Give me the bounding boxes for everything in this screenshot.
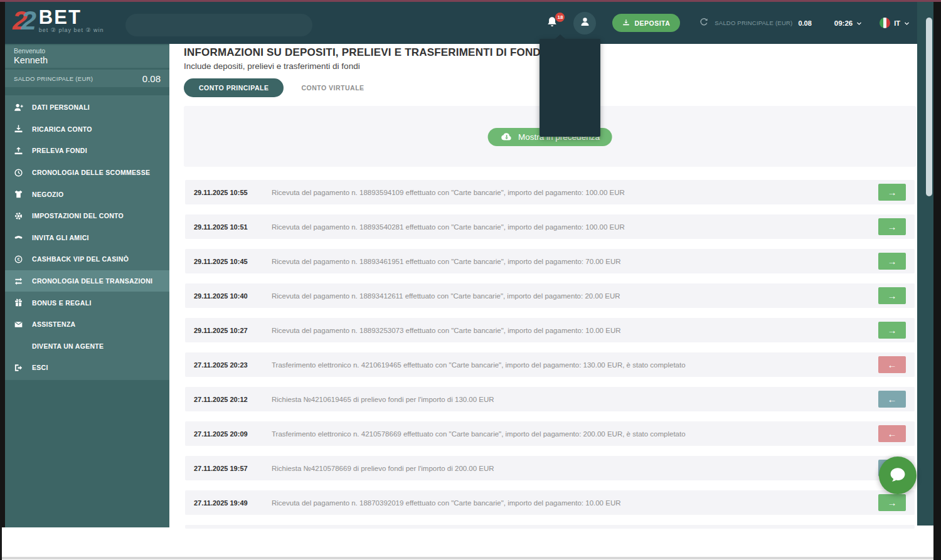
page-subtitle: Include depositi, prelievi e trasferimen… bbox=[184, 61, 360, 71]
svg-text:€: € bbox=[17, 256, 20, 262]
dropdown-item-fast-games[interactable] bbox=[540, 60, 600, 78]
notification-count-badge: 18 bbox=[555, 13, 565, 22]
transaction-description: Ricevuta del pagamento n. 18870392019 ef… bbox=[272, 499, 621, 507]
tab-conto-virtuale[interactable]: CONTO VIRTUALE bbox=[301, 84, 364, 92]
transaction-description: Trasferimento elettronico n. 4210619465 … bbox=[272, 361, 686, 369]
transaction-direction-badge[interactable]: ← bbox=[878, 425, 906, 442]
dropdown-item-giochi-tv[interactable] bbox=[540, 41, 600, 60]
top-navigation-bar: 22 BET bet ② play bet ② win 18 DEPOSITA … bbox=[5, 2, 917, 44]
transaction-row: 29.11.2025 10:45 Ricevuta del pagamento … bbox=[185, 249, 915, 273]
sidebar-item-dati-personali[interactable]: DATI PERSONALI bbox=[5, 97, 169, 119]
transaction-row: 27.11.2025 19:49 Ricevuta del pagamento … bbox=[185, 490, 915, 515]
logo-22-graphic: 22 bbox=[13, 7, 34, 34]
transaction-row: 27.11.2025 20:23 Trasferimento elettroni… bbox=[185, 352, 915, 377]
transaction-row: 29.11.2025 10:55 Ricevuta del pagamento … bbox=[185, 180, 915, 204]
sidebar-item-preleva-fondi[interactable]: PRELEVA FONDI bbox=[5, 140, 169, 162]
transaction-direction-badge[interactable]: → bbox=[878, 184, 906, 201]
sidebar-balance-panel: SALDO PRINCIPALE (EUR) 0.08 bbox=[5, 70, 169, 87]
cashback-coin-icon: € bbox=[14, 254, 26, 264]
transaction-description: Ricevuta del pagamento n. 18893412611 ef… bbox=[272, 292, 620, 300]
sidebar-item-cronologia-delle-transazioni[interactable]: CRONOLOGIA DELLE TRANSAZIONI bbox=[5, 270, 169, 292]
main-nav bbox=[125, 14, 312, 36]
refresh-icon[interactable] bbox=[699, 17, 709, 29]
envelope-icon bbox=[14, 319, 26, 329]
transaction-date: 29.11.2025 10:55 bbox=[194, 189, 263, 196]
sidebar-item-assistenza[interactable]: ASSISTENZA bbox=[5, 314, 169, 335]
withdraw-tray-icon bbox=[14, 145, 26, 156]
left-border-bottom bbox=[0, 527, 2, 560]
sidebar-item-invita-gli-amici[interactable]: INVITA GLI AMICI bbox=[5, 227, 169, 249]
transaction-date: 29.11.2025 10:51 bbox=[194, 223, 263, 231]
username: Kenneth bbox=[14, 55, 161, 66]
transaction-description: Ricevuta del pagamento n. 18893461951 ef… bbox=[272, 258, 621, 265]
chat-button[interactable] bbox=[879, 457, 917, 494]
deposit-button[interactable]: DEPOSITA bbox=[612, 14, 680, 32]
sidebar-balance-label: SALDO PRINCIPALE (EUR) bbox=[14, 75, 93, 82]
account-button[interactable] bbox=[573, 12, 596, 34]
sidebar-item-negozio[interactable]: NEGOZIO bbox=[5, 183, 169, 205]
sidebar-item-impostazioni-del-conto[interactable]: IMPOSTAZIONI DEL CONTO bbox=[5, 205, 169, 227]
sidebar-balance-value: 0.08 bbox=[142, 73, 161, 84]
shirt-icon bbox=[14, 189, 26, 199]
transaction-row: 29.11.2025 10:40 Ricevuta del pagamento … bbox=[185, 283, 915, 308]
transaction-direction-badge[interactable]: ← bbox=[878, 391, 906, 408]
transaction-row: 29.11.2025 10:51 Ricevuta del pagamento … bbox=[185, 214, 915, 239]
scrollbar-thumb[interactable] bbox=[926, 18, 932, 196]
sidebar-item-esci[interactable]: ESCI bbox=[5, 357, 169, 379]
transaction-direction-badge[interactable]: → bbox=[878, 218, 906, 235]
history-clock-icon bbox=[14, 167, 26, 177]
top-accent-line bbox=[0, 0, 941, 2]
transaction-description: Ricevuta del pagamento n. 18893253073 ef… bbox=[272, 327, 621, 334]
transaction-direction-badge[interactable]: → bbox=[878, 253, 906, 270]
gear-icon bbox=[14, 211, 26, 221]
sidebar: Benvenuto Kenneth SALDO PRINCIPALE (EUR)… bbox=[5, 44, 169, 527]
transaction-direction-badge[interactable]: → bbox=[878, 322, 906, 339]
italy-flag-icon bbox=[880, 18, 890, 28]
tab-conto-principale[interactable]: CONTO PRINCIPALE bbox=[184, 78, 284, 97]
transaction-row-partial bbox=[185, 525, 915, 529]
sidebar-item-ricarica-conto[interactable]: RICARICA CONTO bbox=[5, 119, 169, 140]
no-icon bbox=[14, 341, 26, 351]
logo-brand-text: BET bbox=[39, 8, 104, 27]
brand-logo[interactable]: 22 BET bet ② play bet ② win bbox=[13, 7, 104, 34]
bottom-divider bbox=[0, 557, 933, 559]
dropdown-item-caccia-e-pesca[interactable] bbox=[540, 78, 600, 97]
sidebar-item-cronologia-delle-scommesse[interactable]: CRONOLOGIA DELLE SCOMMESSE bbox=[5, 162, 169, 184]
logo-tagline: bet ② play bet ② win bbox=[39, 27, 104, 33]
time-value: 09:26 bbox=[834, 19, 853, 27]
sidebar-menu: DATI PERSONALI RICARICA CONTO PRELEVA FO… bbox=[5, 95, 169, 380]
transaction-direction-badge[interactable]: → bbox=[878, 494, 906, 511]
transaction-date: 29.11.2025 10:40 bbox=[194, 292, 263, 300]
transaction-direction-badge[interactable]: → bbox=[878, 287, 906, 304]
transaction-date: 27.11.2025 20:12 bbox=[194, 396, 263, 403]
right-border bbox=[933, 0, 941, 560]
chevron-down-icon bbox=[904, 18, 910, 29]
dropdown-item-gratta-e-vinci[interactable] bbox=[540, 97, 600, 116]
transaction-list: 29.11.2025 10:55 Ricevuta del pagamento … bbox=[185, 180, 915, 529]
chat-bubble-icon bbox=[888, 465, 907, 486]
exit-icon bbox=[14, 362, 26, 372]
dropdown-item-22bet-crash[interactable] bbox=[540, 116, 600, 135]
header-right-controls: 18 DEPOSITA SALDO PRINCIPALE (EUR) 0.08 … bbox=[546, 2, 910, 44]
balance-refresh-group[interactable]: SALDO PRINCIPALE (EUR) 0.08 bbox=[699, 17, 811, 29]
transaction-date: 29.11.2025 10:27 bbox=[194, 327, 263, 334]
sidebar-item-bonus-e-regali[interactable]: BONUS E REGALI bbox=[5, 292, 169, 314]
sidebar-item-diventa-un-agente[interactable]: DIVENTA UN AGENTE bbox=[5, 335, 169, 357]
transaction-description: Trasferimento elettronico n. 4210578669 … bbox=[272, 430, 686, 438]
transaction-direction-badge[interactable]: ← bbox=[878, 356, 906, 373]
transaction-row: 27.11.2025 20:12 Richiesta №4210619465 d… bbox=[185, 387, 915, 411]
time-selector[interactable]: 09:26 bbox=[831, 18, 862, 29]
transaction-description: Ricevuta del pagamento n. 18893540281 ef… bbox=[272, 223, 625, 231]
cloud-download-icon bbox=[500, 131, 513, 143]
scrollbar-track[interactable] bbox=[917, 2, 933, 526]
screen: 22 BET bet ② play bet ② win 18 DEPOSITA … bbox=[0, 0, 941, 560]
language-selector[interactable]: IT bbox=[880, 18, 910, 29]
transaction-description: Richiesta №4210578669 di prelievo fondi … bbox=[272, 465, 494, 472]
transfer-arrows-icon bbox=[14, 276, 26, 286]
handshake-icon bbox=[14, 233, 26, 243]
notifications-button[interactable]: 18 bbox=[546, 16, 560, 31]
transaction-description: Ricevuta del pagamento n. 18893594109 ef… bbox=[272, 189, 625, 196]
transaction-date: 27.11.2025 20:23 bbox=[194, 361, 263, 369]
sidebar-item-cashback-vip-del-casin[interactable]: € CASHBACK VIP DEL CASINÒ bbox=[5, 248, 169, 270]
left-border bbox=[0, 2, 5, 527]
